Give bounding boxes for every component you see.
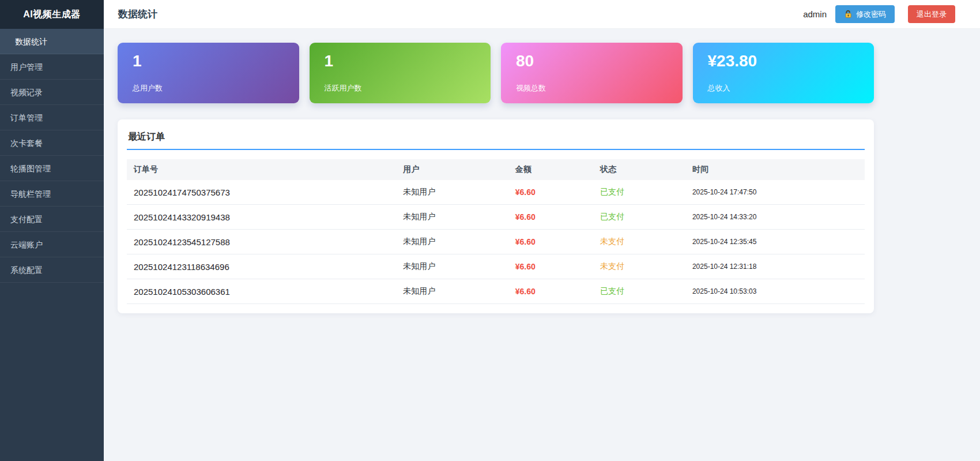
sidebar: AI视频生成器 数据统计 用户管理 视频记录 订单管理 次卡套餐 轮播图管理 导… — [0, 0, 104, 461]
user-cell: 未知用户 — [396, 254, 508, 279]
column-header-status: 状态 — [593, 159, 685, 180]
user-cell: 未知用户 — [396, 230, 508, 254]
sidebar-nav: 数据统计 用户管理 视频记录 订单管理 次卡套餐 轮播图管理 导航栏管理 支付配… — [0, 29, 104, 283]
sidebar-item-order-management[interactable]: 订单管理 — [0, 105, 104, 130]
stat-label: 总收入 — [708, 83, 860, 93]
sidebar-item-user-management[interactable]: 用户管理 — [0, 54, 104, 80]
stat-cards-row: 1 总用户数 1 活跃用户数 80 视频总数 ¥23.80 总收入 — [118, 43, 874, 103]
header-actions: admin 修改密码 退出登录 — [803, 5, 955, 23]
order-no-cell: 20251024105303606361 — [127, 279, 396, 304]
order-no-cell: 20251024174750375673 — [127, 180, 396, 205]
orders-table: 订单号 用户 金额 状态 时间 20251024174750375673 未知用… — [127, 159, 865, 304]
user-cell: 未知用户 — [396, 205, 508, 230]
sidebar-item-card-packages[interactable]: 次卡套餐 — [0, 130, 104, 156]
status-badge: 已支付 — [593, 180, 685, 205]
stat-value: 1 — [133, 53, 284, 70]
amount-cell: ¥6.60 — [508, 279, 593, 304]
stat-value: ¥23.80 — [708, 53, 860, 70]
sidebar-item-payment-config[interactable]: 支付配置 — [0, 207, 104, 232]
time-cell: 2025-10-24 10:53:03 — [685, 279, 865, 304]
user-cell: 未知用户 — [396, 180, 508, 205]
stat-card-total-revenue: ¥23.80 总收入 — [693, 43, 875, 103]
lock-icon — [844, 10, 853, 18]
stat-card-total-users: 1 总用户数 — [118, 43, 299, 103]
column-header-time: 时间 — [685, 159, 865, 180]
logout-button[interactable]: 退出登录 — [908, 5, 955, 23]
stat-card-total-videos: 80 视频总数 — [501, 43, 683, 103]
sidebar-item-data-stats[interactable]: 数据统计 — [0, 29, 104, 54]
change-password-button[interactable]: 修改密码 — [835, 5, 895, 23]
amount-cell: ¥6.60 — [508, 205, 593, 230]
app-logo: AI视频生成器 — [0, 0, 104, 29]
status-badge: 已支付 — [593, 205, 685, 230]
sidebar-item-navbar-management[interactable]: 导航栏管理 — [0, 181, 104, 207]
time-cell: 2025-10-24 12:31:18 — [685, 254, 865, 279]
logout-label: 退出登录 — [917, 9, 947, 20]
column-header-user: 用户 — [396, 159, 508, 180]
recent-orders-title: 最近订单 — [127, 129, 865, 150]
stat-label: 总用户数 — [133, 83, 284, 93]
user-cell: 未知用户 — [396, 279, 508, 304]
table-row: 20251024105303606361 未知用户 ¥6.60 已支付 2025… — [127, 279, 865, 304]
time-cell: 2025-10-24 14:33:20 — [685, 205, 865, 230]
time-cell: 2025-10-24 12:35:45 — [685, 230, 865, 254]
amount-cell: ¥6.60 — [508, 230, 593, 254]
stat-label: 活跃用户数 — [325, 83, 476, 93]
stat-value: 1 — [325, 53, 476, 70]
order-no-cell: 20251024123545127588 — [127, 230, 396, 254]
sidebar-item-cloud-accounts[interactable]: 云端账户 — [0, 232, 104, 257]
username-label: admin — [803, 9, 827, 19]
order-no-cell: 20251024143320919438 — [127, 205, 396, 230]
table-row: 20251024174750375673 未知用户 ¥6.60 已支付 2025… — [127, 180, 865, 205]
stat-card-active-users: 1 活跃用户数 — [310, 43, 491, 103]
table-row: 20251024123545127588 未知用户 ¥6.60 未支付 2025… — [127, 230, 865, 254]
column-header-amount: 金额 — [508, 159, 593, 180]
table-row: 20251024143320919438 未知用户 ¥6.60 已支付 2025… — [127, 205, 865, 230]
main-area: 数据统计 admin 修改密码 退出登录 — [104, 0, 980, 461]
sidebar-item-carousel-management[interactable]: 轮播图管理 — [0, 156, 104, 181]
order-no-cell: 20251024123118634696 — [127, 254, 396, 279]
sidebar-item-video-records[interactable]: 视频记录 — [0, 80, 104, 105]
status-badge: 未支付 — [593, 254, 685, 279]
change-password-label: 修改密码 — [856, 9, 886, 20]
top-header: 数据统计 admin 修改密码 退出登录 — [104, 0, 980, 29]
amount-cell: ¥6.60 — [508, 254, 593, 279]
dashboard-content: 1 总用户数 1 活跃用户数 80 视频总数 ¥23.80 总收入 最近订 — [104, 29, 874, 313]
stat-label: 视频总数 — [516, 83, 668, 93]
amount-cell: ¥6.60 — [508, 180, 593, 205]
stat-value: 80 — [516, 53, 668, 70]
app-layout: AI视频生成器 数据统计 用户管理 视频记录 订单管理 次卡套餐 轮播图管理 导… — [0, 0, 980, 461]
status-badge: 未支付 — [593, 230, 685, 254]
time-cell: 2025-10-24 17:47:50 — [685, 180, 865, 205]
recent-orders-card: 最近订单 订单号 用户 金额 状态 时间 — [118, 119, 874, 313]
orders-table-header-row: 订单号 用户 金额 状态 时间 — [127, 159, 865, 180]
table-row: 20251024123118634696 未知用户 ¥6.60 未支付 2025… — [127, 254, 865, 279]
page-title: 数据统计 — [118, 8, 157, 21]
status-badge: 已支付 — [593, 279, 685, 304]
column-header-order-no: 订单号 — [127, 159, 396, 180]
sidebar-item-system-config[interactable]: 系统配置 — [0, 257, 104, 283]
